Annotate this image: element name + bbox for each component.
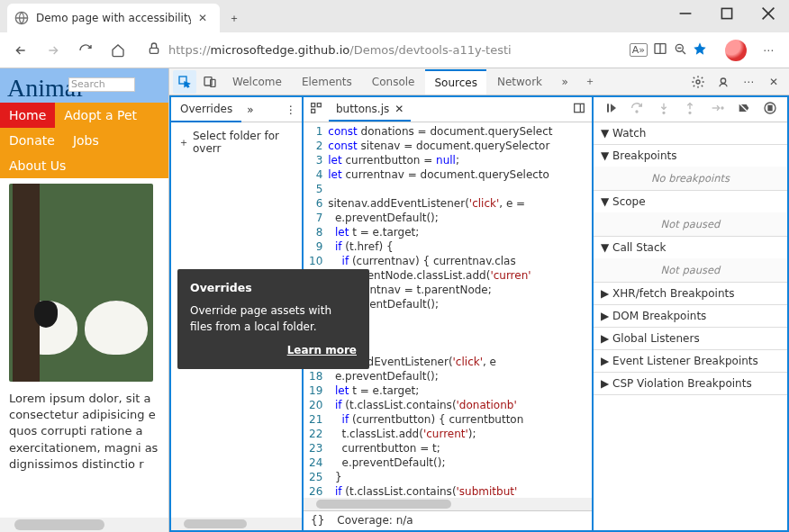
zoom-icon[interactable] (673, 41, 687, 59)
refresh-button[interactable] (70, 35, 101, 66)
select-folder-label: Select folder for overr (193, 130, 295, 155)
window-maximize-button[interactable] (706, 0, 748, 27)
tooltip-body: Override page assets with files from a l… (190, 302, 357, 335)
page-favicon-icon (14, 11, 29, 25)
nav-jobs[interactable]: Jobs (64, 128, 108, 153)
svg-point-14 (696, 80, 700, 84)
svg-point-15 (721, 78, 725, 83)
debugger-section-event-listener-breakpoints[interactable]: ▶ Event Listener Breakpoints (594, 350, 787, 372)
navigator-menu-icon[interactable]: ⋮ (280, 104, 302, 116)
page-nav: Home Adopt a Pet Donate Jobs About Us (0, 103, 168, 178)
svg-point-22 (636, 111, 638, 113)
device-emulation-icon[interactable] (198, 70, 222, 94)
browser-toolbar: https://microsoftedge.github.io/Demos/de… (0, 32, 789, 68)
page-search-input[interactable]: Search (68, 77, 135, 92)
file-tab-buttons-js[interactable]: buttons.js ✕ (329, 98, 411, 122)
deactivate-breakpoints-icon[interactable] (734, 101, 754, 118)
step-over-icon[interactable] (627, 101, 647, 118)
page-viewport: Animal Search Home Adopt a Pet Donate Jo… (0, 68, 169, 532)
plus-icon: ＋ (178, 135, 189, 150)
inspect-element-icon[interactable] (173, 70, 196, 94)
svg-rect-31 (768, 105, 769, 110)
tab-welcome[interactable]: Welcome (223, 70, 291, 94)
forward-button[interactable] (38, 35, 68, 66)
step-icon[interactable] (707, 101, 727, 118)
debugger-section-dom-breakpoints[interactable]: ▶ DOM Breakpoints (594, 305, 787, 327)
coverage-status: Coverage: n/a (337, 514, 413, 527)
reader-icon[interactable] (653, 41, 667, 59)
devtools-toolbar: Welcome Elements Console Sources Network… (169, 68, 789, 95)
devtools-close-icon[interactable]: ✕ (762, 70, 785, 94)
svg-point-28 (721, 107, 723, 109)
navigator-scrollbar[interactable] (171, 518, 302, 530)
step-into-icon[interactable] (654, 101, 674, 118)
file-nav-icon[interactable] (304, 101, 329, 118)
svg-rect-17 (317, 104, 321, 107)
svg-rect-16 (312, 104, 315, 107)
tab-network[interactable]: Network (488, 70, 551, 94)
page-body-text: Lorem ipsum dolor, sit a consectetur adi… (0, 387, 168, 476)
tooltip-learn-more-link[interactable]: Learn more (190, 342, 357, 358)
editor-more-icon[interactable] (567, 101, 592, 118)
debugger-section-xhr-fetch-breakpoints[interactable]: ▶ XHR/fetch Breakpoints (594, 283, 787, 304)
devtools-menu-icon[interactable]: ⋯ (737, 70, 760, 94)
tab-console[interactable]: Console (363, 70, 424, 94)
address-bar[interactable]: https://microsoftedge.github.io/Demos/de… (141, 37, 713, 64)
new-tab-devtools-button[interactable]: ＋ (578, 70, 602, 94)
svg-rect-32 (771, 105, 772, 110)
debugger-section-global-listeners[interactable]: ▶ Global Listeners (594, 328, 787, 349)
new-tab-button[interactable]: ＋ (220, 4, 249, 32)
feedback-icon[interactable] (712, 70, 735, 94)
svg-rect-2 (721, 8, 731, 18)
pause-exceptions-icon[interactable] (760, 101, 780, 118)
resume-icon[interactable] (601, 101, 621, 118)
debugger-section-breakpoints[interactable]: ▼ Breakpoints (594, 145, 787, 167)
debugger-section-body: No breakpoints (594, 167, 787, 190)
file-tab-label: buttons.js (336, 103, 389, 115)
window-titlebar: Demo page with accessibility iss ✕ ＋ (0, 0, 789, 32)
debugger-section-body: Not paused (594, 258, 787, 282)
back-button[interactable] (5, 35, 36, 66)
debugger-section-csp-violation-breakpoints[interactable]: ▶ CSP Violation Breakpoints (594, 373, 787, 394)
tab-title: Demo page with accessibility iss (36, 12, 191, 24)
settings-icon[interactable] (686, 70, 710, 94)
home-button[interactable] (103, 35, 133, 66)
pretty-print-icon[interactable]: {} (311, 514, 324, 527)
debugger-section-body: Not paused (594, 212, 787, 236)
url-text: https://microsoftedge.github.io/Demos/de… (168, 43, 624, 57)
step-out-icon[interactable] (680, 101, 700, 118)
svg-rect-5 (150, 48, 158, 53)
tab-sources[interactable]: Sources (425, 69, 485, 95)
window-close-button[interactable] (748, 0, 789, 27)
nav-adopt[interactable]: Adopt a Pet (55, 103, 146, 128)
tabs-overflow-icon[interactable]: » (553, 70, 576, 94)
reading-mode-icon[interactable]: A» (630, 43, 648, 57)
browser-tab[interactable]: Demo page with accessibility iss ✕ (7, 4, 220, 32)
favorite-icon[interactable] (693, 41, 707, 59)
editor-scrollbar[interactable] (304, 498, 592, 510)
tooltip-title: Overrides (190, 280, 357, 297)
tab-elements[interactable]: Elements (293, 70, 361, 94)
debugger-section-call-stack[interactable]: ▼ Call Stack (594, 237, 787, 258)
nav-about[interactable]: About Us (0, 153, 75, 178)
svg-rect-19 (575, 104, 585, 112)
svg-point-24 (663, 112, 665, 113)
nav-home[interactable]: Home (0, 103, 55, 128)
svg-rect-18 (312, 109, 315, 113)
site-info-icon[interactable] (147, 41, 163, 59)
select-overrides-folder-button[interactable]: ＋ Select folder for overr (171, 122, 302, 162)
app-menu-button[interactable]: ⋯ (753, 35, 784, 66)
debugger-section-scope[interactable]: ▼ Scope (594, 191, 787, 212)
window-minimize-button[interactable] (665, 0, 706, 27)
nav-donate[interactable]: Donate (0, 128, 64, 153)
page-hero-image (9, 184, 153, 382)
tab-close-icon[interactable]: ✕ (198, 12, 213, 24)
navigator-tab-overrides[interactable]: Overrides (171, 97, 241, 122)
navigator-tabs-overflow-icon[interactable]: » (241, 104, 258, 116)
file-tab-close-icon[interactable]: ✕ (394, 103, 404, 115)
page-horizontal-scrollbar[interactable] (0, 518, 168, 532)
svg-rect-21 (607, 104, 609, 112)
debugger-toolbar (594, 97, 787, 122)
profile-button[interactable] (721, 35, 751, 66)
debugger-section-watch[interactable]: ▼ Watch (594, 122, 787, 144)
